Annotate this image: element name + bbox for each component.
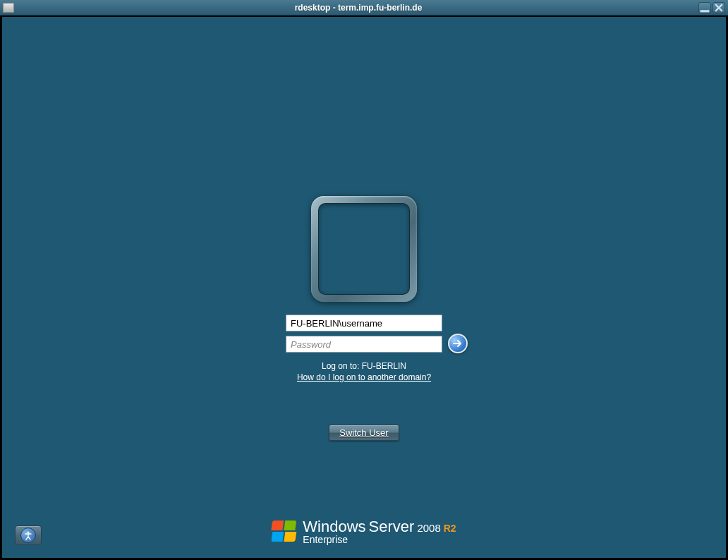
accessibility-icon — [20, 528, 36, 543]
domain-info: Log on to: FU-BERLIN How do I log on to … — [297, 361, 431, 382]
svg-rect-0 — [700, 10, 710, 12]
domain-help-link[interactable]: How do I log on to another domain? — [297, 372, 431, 382]
window-titlebar: rdesktop - term.imp.fu-berlin.de — [0, 0, 728, 16]
ease-of-access-button[interactable] — [15, 525, 42, 545]
brand-edition: Enterprise — [303, 535, 456, 545]
switch-user-label: Switch User — [339, 427, 388, 438]
app-icon — [3, 3, 14, 13]
os-branding: Windows Server 2008 R2 Enterprise — [272, 518, 456, 545]
password-input[interactable] — [286, 336, 442, 353]
brand-r2: R2 — [444, 523, 456, 534]
username-input[interactable] — [286, 315, 442, 331]
svg-point-1 — [28, 532, 30, 534]
windows-logo-icon — [272, 521, 297, 543]
minimize-button[interactable] — [698, 2, 711, 13]
login-form: Log on to: FU-BERLIN How do I log on to … — [286, 315, 442, 382]
brand-year: 2008 — [417, 523, 440, 535]
window-controls — [698, 2, 725, 13]
brand-product: Server — [369, 518, 415, 535]
login-screen: Log on to: FU-BERLIN How do I log on to … — [0, 16, 728, 560]
user-avatar-frame — [311, 196, 417, 302]
user-avatar — [318, 203, 410, 295]
domain-label: Log on to: FU-BERLIN — [322, 361, 406, 371]
window-title: rdesktop - term.imp.fu-berlin.de — [18, 3, 698, 13]
switch-user-button[interactable]: Switch User — [329, 425, 399, 441]
submit-button[interactable] — [448, 334, 468, 353]
arrow-right-icon — [452, 338, 463, 349]
close-button[interactable] — [712, 2, 725, 13]
